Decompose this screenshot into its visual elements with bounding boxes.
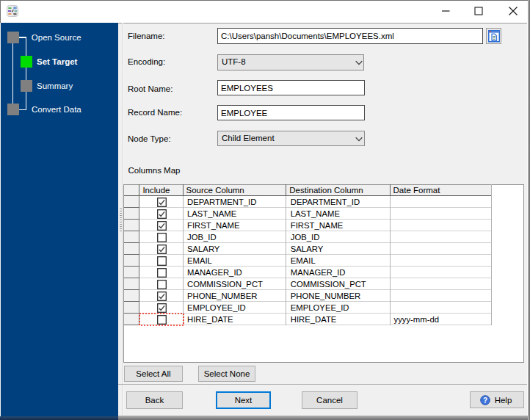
svg-text:?: ? <box>483 396 487 404</box>
